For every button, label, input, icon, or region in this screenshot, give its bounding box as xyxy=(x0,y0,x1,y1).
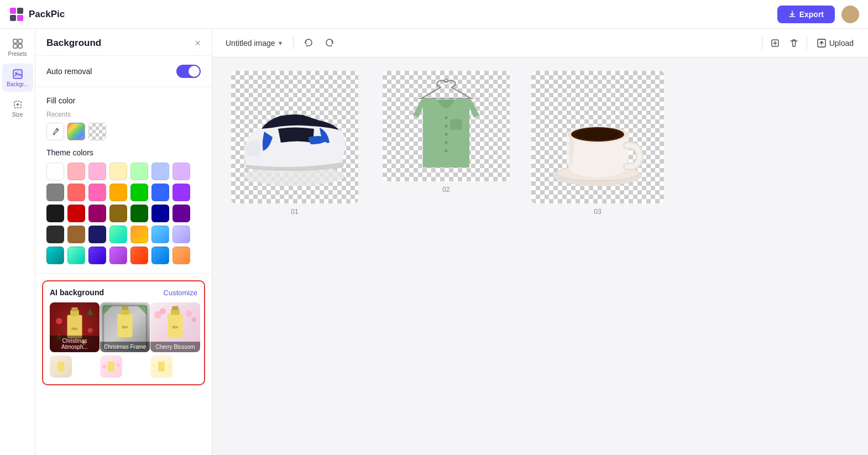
auto-removal-toggle[interactable] xyxy=(176,65,201,78)
color-light-yellow[interactable] xyxy=(109,163,127,180)
color-teal[interactable] xyxy=(46,247,64,264)
recent-color-checker[interactable] xyxy=(88,123,106,140)
color-blue[interactable] xyxy=(151,184,169,201)
color-light-purple[interactable] xyxy=(172,163,190,180)
color-indigo[interactable] xyxy=(88,247,106,264)
color-black[interactable] xyxy=(46,205,64,222)
ai-item-christmas-atmo[interactable]: dior Christmas Atmosph... xyxy=(50,302,100,352)
icon-sidebar: Presets Backgr... Size xyxy=(0,29,35,455)
upload-icon xyxy=(817,39,826,48)
upload-button[interactable]: Upload xyxy=(812,35,859,51)
auto-removal-row: Auto removal xyxy=(46,65,201,78)
color-green[interactable] xyxy=(130,184,148,201)
recents-label: Recents xyxy=(46,111,201,118)
document-title-button[interactable]: Untitled image ▾ xyxy=(221,35,286,51)
redo-button[interactable] xyxy=(321,35,338,51)
customize-link[interactable]: Customize xyxy=(164,289,197,297)
color-light-green[interactable] xyxy=(130,163,148,180)
color-dark-red[interactable] xyxy=(67,205,85,222)
color-gray[interactable] xyxy=(46,184,64,201)
canvas-item-01-label: 01 xyxy=(291,208,298,216)
color-coral[interactable] xyxy=(130,247,148,264)
svg-point-17 xyxy=(88,328,93,333)
ai-item-row2-2[interactable] xyxy=(100,355,122,378)
recent-color-rainbow[interactable] xyxy=(67,123,85,140)
canvas-item-02-image[interactable] xyxy=(383,71,510,181)
trash-icon xyxy=(789,38,799,48)
ai-item-row2-3[interactable] xyxy=(150,355,172,378)
canvas-item-03-image[interactable] xyxy=(531,71,664,203)
ai-items-grid: dior Christmas Atmosph... xyxy=(50,302,197,352)
presets-icon xyxy=(12,38,24,50)
canvas-item-01-image[interactable] xyxy=(231,71,358,203)
ai-section-header: AI background Customize xyxy=(50,288,197,297)
panel-close-button[interactable]: × xyxy=(195,38,201,48)
svg-point-31 xyxy=(191,317,196,322)
color-pink[interactable] xyxy=(88,163,106,180)
svg-point-16 xyxy=(56,318,62,324)
ai-item-christmas-frame-label: Christmas Frame xyxy=(100,342,150,352)
color-red[interactable] xyxy=(67,184,85,201)
ai-item-cherry-blossom[interactable]: dior Cherry Blossom xyxy=(150,302,200,352)
svg-rect-3 xyxy=(17,15,23,21)
svg-rect-6 xyxy=(13,44,17,48)
row2-2-illustration xyxy=(100,355,122,378)
zoom-reset-button[interactable] xyxy=(767,35,783,51)
color-azure[interactable] xyxy=(151,247,169,264)
delete-button[interactable] xyxy=(786,35,802,51)
color-dark-navy[interactable] xyxy=(88,226,106,243)
svg-rect-5 xyxy=(18,39,22,43)
color-amber[interactable] xyxy=(130,226,148,243)
color-white[interactable] xyxy=(46,163,64,180)
ai-item-row2-1[interactable] xyxy=(50,355,72,378)
svg-rect-21 xyxy=(122,306,128,310)
svg-point-30 xyxy=(186,311,192,317)
color-aqua-mint[interactable] xyxy=(67,247,85,264)
app-header: PackPic Export xyxy=(0,0,868,29)
color-purple[interactable] xyxy=(172,184,190,201)
svg-point-50 xyxy=(445,150,448,153)
svg-point-38 xyxy=(117,364,120,367)
color-mint[interactable] xyxy=(109,226,127,243)
sidebar-item-size[interactable]: Size xyxy=(2,94,33,122)
canvas-toolbar: Untitled image ▾ xyxy=(212,29,868,57)
color-brown[interactable] xyxy=(109,205,127,222)
svg-rect-4 xyxy=(13,39,17,43)
svg-rect-2 xyxy=(10,15,16,21)
panel-title: Background xyxy=(46,38,101,49)
auto-removal-label: Auto removal xyxy=(46,67,92,76)
svg-point-34 xyxy=(51,363,55,368)
color-orange[interactable] xyxy=(109,184,127,201)
undo-button[interactable] xyxy=(300,35,317,51)
sidebar-item-background[interactable]: Backgr... xyxy=(2,64,33,92)
color-dark-purple[interactable] xyxy=(172,205,190,222)
main-layout: Presets Backgr... Size xyxy=(0,29,868,455)
color-lavender[interactable] xyxy=(172,226,190,243)
color-dark-gray2[interactable] xyxy=(46,226,64,243)
color-tan[interactable] xyxy=(67,226,85,243)
color-violet[interactable] xyxy=(109,247,127,264)
color-dark-pink[interactable] xyxy=(88,205,106,222)
color-sky-blue[interactable] xyxy=(151,226,169,243)
document-title-label: Untitled image xyxy=(226,39,275,48)
svg-rect-51 xyxy=(451,119,462,129)
color-navy[interactable] xyxy=(151,205,169,222)
svg-point-29 xyxy=(160,308,166,314)
redo-icon xyxy=(325,38,334,48)
svg-point-47 xyxy=(445,125,448,128)
color-dark-green[interactable] xyxy=(130,205,148,222)
color-peach[interactable] xyxy=(172,247,190,264)
row2-3-illustration xyxy=(150,355,172,378)
color-light-blue[interactable] xyxy=(151,163,169,180)
shoe-illustration xyxy=(231,79,358,195)
color-light-pink[interactable] xyxy=(67,163,85,180)
ai-item-christmas-frame[interactable]: dior Christmas Frame xyxy=(100,302,150,352)
user-avatar[interactable] xyxy=(841,6,859,23)
color-hot-pink[interactable] xyxy=(88,184,106,201)
logo-area: PackPic xyxy=(9,7,65,22)
ai-item-christmas-atmo-label: Christmas Atmosph... xyxy=(50,336,100,352)
sidebar-item-presets[interactable]: Presets xyxy=(2,33,33,61)
eyedropper-button[interactable] xyxy=(46,123,64,140)
export-button[interactable]: Export xyxy=(777,6,835,23)
zoom-reset-icon xyxy=(770,38,780,48)
